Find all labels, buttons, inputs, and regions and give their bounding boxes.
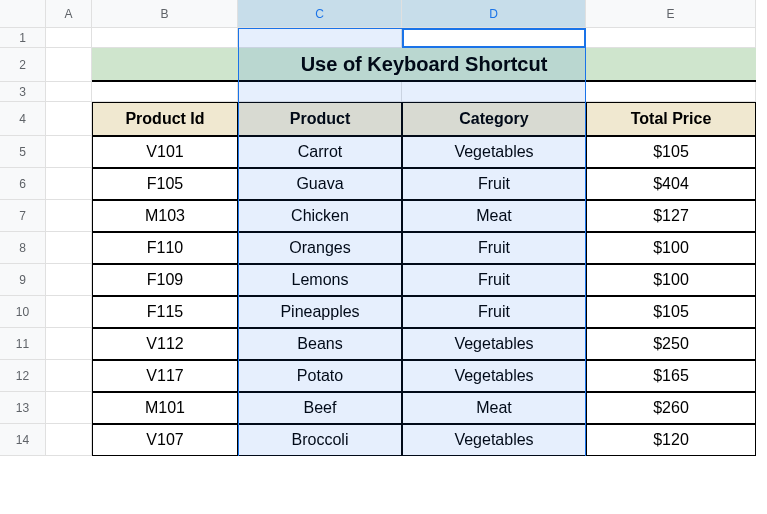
table-row[interactable]: Meat xyxy=(402,200,586,232)
cell-A11[interactable] xyxy=(46,328,92,360)
table-row[interactable]: $100 xyxy=(586,232,756,264)
table-header-product[interactable]: Product xyxy=(238,102,402,136)
spreadsheet-grid[interactable]: A B C D E 1 2 Use of Keyboard Shortcut 3… xyxy=(0,0,756,456)
row-header-4[interactable]: 4 xyxy=(0,102,46,136)
col-header-D[interactable]: D xyxy=(402,0,586,28)
row-header-5[interactable]: 5 xyxy=(0,136,46,168)
cell-C1[interactable] xyxy=(238,28,402,48)
table-row[interactable]: Meat xyxy=(402,392,586,424)
table-row[interactable]: $404 xyxy=(586,168,756,200)
table-row[interactable]: F110 xyxy=(92,232,238,264)
table-row[interactable]: Fruit xyxy=(402,296,586,328)
cell-A2[interactable] xyxy=(46,48,92,82)
cell-A8[interactable] xyxy=(46,232,92,264)
table-row[interactable]: V107 xyxy=(92,424,238,456)
table-row[interactable]: $165 xyxy=(586,360,756,392)
table-row[interactable]: F105 xyxy=(92,168,238,200)
title-cell[interactable]: Use of Keyboard Shortcut xyxy=(92,48,756,82)
cell-A5[interactable] xyxy=(46,136,92,168)
row-header-11[interactable]: 11 xyxy=(0,328,46,360)
table-row[interactable]: Fruit xyxy=(402,264,586,296)
cell-A12[interactable] xyxy=(46,360,92,392)
row-header-2[interactable]: 2 xyxy=(0,48,46,82)
row-header-13[interactable]: 13 xyxy=(0,392,46,424)
table-header-category[interactable]: Category xyxy=(402,102,586,136)
table-row[interactable]: F115 xyxy=(92,296,238,328)
cell-C3[interactable] xyxy=(238,82,402,102)
cell-A13[interactable] xyxy=(46,392,92,424)
col-header-E[interactable]: E xyxy=(586,0,756,28)
table-row[interactable]: $105 xyxy=(586,136,756,168)
table-row[interactable]: Carrot xyxy=(238,136,402,168)
row-header-8[interactable]: 8 xyxy=(0,232,46,264)
table-row[interactable]: Vegetables xyxy=(402,136,586,168)
table-header-total-price[interactable]: Total Price xyxy=(586,102,756,136)
cell-A3[interactable] xyxy=(46,82,92,102)
table-row[interactable]: V101 xyxy=(92,136,238,168)
table-header-product-id[interactable]: Product Id xyxy=(92,102,238,136)
col-header-A[interactable]: A xyxy=(46,0,92,28)
row-header-10[interactable]: 10 xyxy=(0,296,46,328)
col-header-C[interactable]: C xyxy=(238,0,402,28)
table-row[interactable]: Pineapples xyxy=(238,296,402,328)
table-row[interactable]: Oranges xyxy=(238,232,402,264)
table-row[interactable]: $120 xyxy=(586,424,756,456)
table-row[interactable]: Fruit xyxy=(402,232,586,264)
cell-A10[interactable] xyxy=(46,296,92,328)
cell-A7[interactable] xyxy=(46,200,92,232)
cell-D3[interactable] xyxy=(402,82,586,102)
row-header-7[interactable]: 7 xyxy=(0,200,46,232)
table-row[interactable]: M103 xyxy=(92,200,238,232)
row-header-1[interactable]: 1 xyxy=(0,28,46,48)
table-row[interactable]: Guava xyxy=(238,168,402,200)
table-row[interactable]: $250 xyxy=(586,328,756,360)
table-row[interactable]: V112 xyxy=(92,328,238,360)
table-row[interactable]: V117 xyxy=(92,360,238,392)
table-row[interactable]: Lemons xyxy=(238,264,402,296)
cell-E1[interactable] xyxy=(586,28,756,48)
cell-E3[interactable] xyxy=(586,82,756,102)
table-row[interactable]: M101 xyxy=(92,392,238,424)
row-header-3[interactable]: 3 xyxy=(0,82,46,102)
select-all-corner[interactable] xyxy=(0,0,46,28)
row-header-6[interactable]: 6 xyxy=(0,168,46,200)
cell-A1[interactable] xyxy=(46,28,92,48)
table-row[interactable]: $100 xyxy=(586,264,756,296)
table-row[interactable]: Chicken xyxy=(238,200,402,232)
row-header-12[interactable]: 12 xyxy=(0,360,46,392)
table-row[interactable]: Potato xyxy=(238,360,402,392)
table-row[interactable]: Beef xyxy=(238,392,402,424)
table-row[interactable]: F109 xyxy=(92,264,238,296)
table-row[interactable]: $127 xyxy=(586,200,756,232)
row-header-14[interactable]: 14 xyxy=(0,424,46,456)
table-row[interactable]: Vegetables xyxy=(402,360,586,392)
row-header-9[interactable]: 9 xyxy=(0,264,46,296)
col-header-B[interactable]: B xyxy=(92,0,238,28)
table-row[interactable]: $260 xyxy=(586,392,756,424)
table-row[interactable]: Beans xyxy=(238,328,402,360)
cell-A6[interactable] xyxy=(46,168,92,200)
cell-B3[interactable] xyxy=(92,82,238,102)
table-row[interactable]: Vegetables xyxy=(402,424,586,456)
table-row[interactable]: Fruit xyxy=(402,168,586,200)
table-row[interactable]: Broccoli xyxy=(238,424,402,456)
cell-A4[interactable] xyxy=(46,102,92,136)
cell-A14[interactable] xyxy=(46,424,92,456)
cell-D1[interactable] xyxy=(402,28,586,48)
table-row[interactable]: Vegetables xyxy=(402,328,586,360)
table-row[interactable]: $105 xyxy=(586,296,756,328)
cell-A9[interactable] xyxy=(46,264,92,296)
cell-B1[interactable] xyxy=(92,28,238,48)
